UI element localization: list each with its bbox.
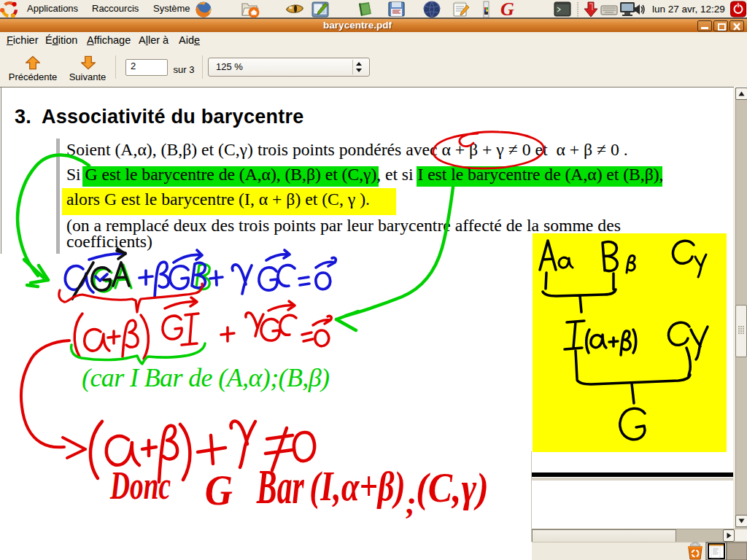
svg-text:(I,α+β): (I,α+β) <box>309 462 405 510</box>
svg-text:Donc: Donc <box>109 463 171 508</box>
svg-text:Bar: Bar <box>256 459 304 514</box>
svg-text:;: ; <box>406 485 417 521</box>
svg-text:G: G <box>205 466 233 514</box>
svg-text:(car I Bar de (A,α);(B,β): (car I Bar de (A,α);(B,β) <box>82 363 330 392</box>
svg-text:(C,γ): (C,γ) <box>416 464 489 511</box>
